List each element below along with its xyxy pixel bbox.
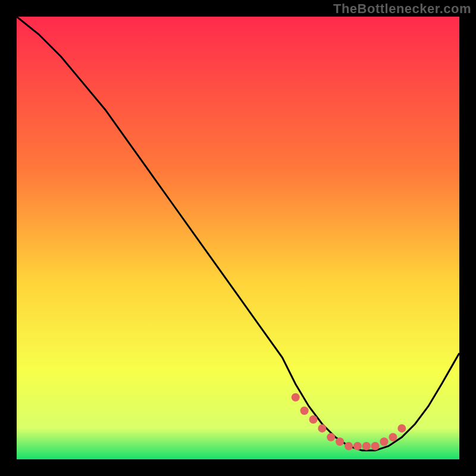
optimal-dot [389,433,397,441]
watermark-text: TheBottlenecker.com [333,1,471,17]
chart-svg [17,17,459,459]
optimal-dot [362,442,371,450]
optimal-dot [397,424,406,433]
optimal-dot [327,433,335,441]
optimal-dot [309,415,318,424]
optimal-dot [345,442,353,450]
optimal-dot [318,424,326,433]
optimal-dot [292,393,300,402]
chart-frame: TheBottlenecker.com [0,0,476,476]
optimal-dot [336,437,344,446]
optimal-dot [300,406,309,415]
optimal-dot [353,442,362,450]
optimal-dot [371,442,380,450]
plot-area [17,17,459,459]
optimal-dot [380,437,389,446]
